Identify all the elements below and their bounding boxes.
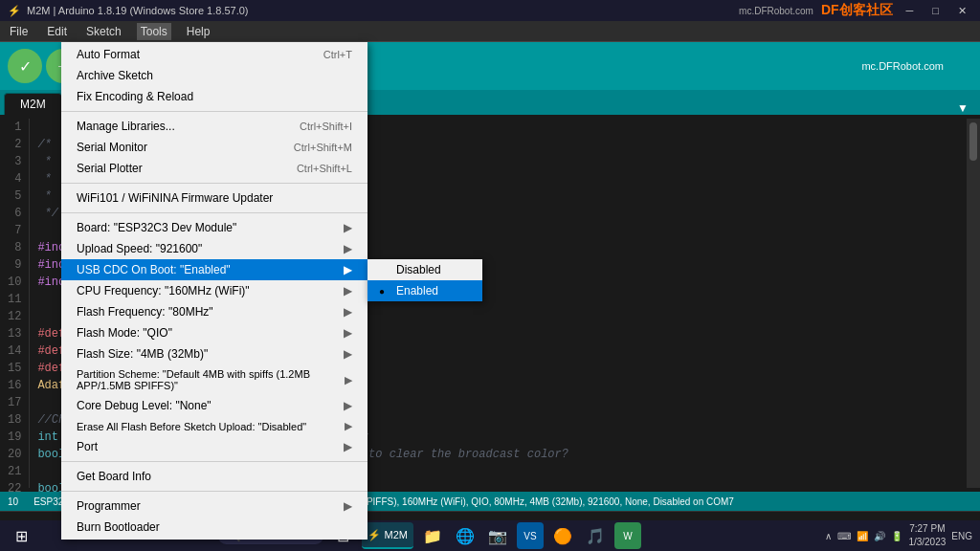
flash-mode-arrow: ▶ — [344, 326, 352, 340]
network-icon[interactable]: 📶 — [857, 531, 868, 541]
keyboard-icon: ⌨ — [837, 531, 851, 541]
submenu-enabled[interactable]: ● Enabled — [368, 280, 482, 301]
line-numbers: 123456 789101112 131415161718 1920212223… — [0, 119, 30, 488]
port-arrow: ▶ — [344, 440, 352, 453]
website-label: mc.DFRobot.com — [739, 6, 813, 16]
flash-size-arrow: ▶ — [344, 347, 352, 361]
menu-sketch[interactable]: Sketch — [82, 23, 125, 40]
hidden-icons-btn[interactable]: ∧ — [825, 531, 832, 541]
volume-icon[interactable]: 🔊 — [874, 531, 885, 541]
menu-wifi-firmware[interactable]: WiFi101 / WiFiNINA Firmware Updater — [61, 187, 368, 209]
menu-bar: File Edit Sketch Tools Help — [0, 21, 980, 42]
core-debug-arrow: ▶ — [344, 399, 352, 412]
taskbar-left: ⊞ — [8, 522, 34, 549]
toolbar-right: mc.DFRobot.com — [861, 60, 944, 72]
app-icon: ⚡ — [8, 5, 21, 17]
menu-tools[interactable]: Tools — [137, 23, 171, 40]
scroll-thumb[interactable] — [969, 122, 977, 161]
menu-separator-4 — [61, 461, 368, 462]
taskbar-right: ∧ ⌨ 📶 🔊 🔋 7:27 PM 1/3/2023 ENG — [825, 522, 972, 549]
menu-serial-monitor[interactable]: Serial Monitor Ctrl+Shift+M — [61, 137, 368, 158]
menu-port[interactable]: Port ▶ — [61, 436, 368, 457]
tools-menu-section-3: WiFi101 / WiFiNINA Firmware Updater — [61, 186, 368, 210]
tools-menu-section-1: Auto Format Ctrl+T Archive Sketch Fix En… — [61, 42, 368, 109]
menu-erase-flash[interactable]: Erase All Flash Before Sketch Upload: "D… — [61, 416, 368, 436]
app4-taskbar[interactable]: VS — [517, 522, 544, 549]
partition-arrow: ▶ — [345, 374, 352, 386]
menu-archive-sketch[interactable]: Archive Sketch — [61, 65, 368, 86]
line-number-display: 10 — [8, 496, 18, 507]
usb-cdc-arrow: ▶ — [344, 263, 352, 276]
menu-usb-cdc[interactable]: USB CDC On Boot: "Enabled" ▶ Disabled ● … — [61, 259, 368, 280]
tools-menu-section-5: Get Board Info — [61, 464, 368, 489]
app7-taskbar[interactable]: W — [614, 522, 641, 549]
tools-menu-section-2: Manage Libraries... Ctrl+Shift+I Serial … — [61, 114, 368, 181]
start-button[interactable]: ⊞ — [8, 522, 34, 549]
menu-programmer[interactable]: Programmer ▶ — [61, 496, 368, 517]
tools-menu-section-6: Programmer ▶ Burn Bootloader — [61, 494, 368, 540]
arduino-taskbar-app[interactable]: ⚡ M2M — [362, 522, 413, 549]
menu-serial-plotter[interactable]: Serial Plotter Ctrl+Shift+L — [61, 158, 368, 179]
menu-partition-scheme[interactable]: Partition Scheme: "Default 4MB with spif… — [61, 364, 368, 395]
battery-icon: 🔋 — [891, 531, 902, 541]
lang-display[interactable]: ENG — [951, 531, 972, 541]
title-bar-left: ⚡ M2M | Arduino 1.8.19 (Windows Store 1.… — [8, 5, 249, 17]
usb-submenu[interactable]: Disabled ● Enabled — [368, 259, 482, 301]
menu-cpu-freq[interactable]: CPU Frequency: "160MHz (WiFi)" ▶ — [61, 280, 368, 301]
menu-separator-2 — [61, 183, 368, 184]
tab-dropdown-icon[interactable]: ▼ — [949, 101, 976, 115]
menu-board[interactable]: Board: "ESP32C3 Dev Module" ▶ — [61, 217, 368, 238]
menu-get-board-info[interactable]: Get Board Info — [61, 466, 368, 487]
menu-core-debug[interactable]: Core Debug Level: "None" ▶ — [61, 395, 368, 416]
maximize-btn[interactable]: □ — [926, 5, 945, 16]
window-title: M2M | Arduino 1.8.19 (Windows Store 1.8.… — [27, 5, 249, 16]
menu-separator-3 — [61, 212, 368, 213]
website-display: mc.DFRobot.com — [861, 60, 944, 72]
explorer-taskbar-app[interactable]: 📁 — [419, 522, 446, 549]
edge-taskbar-app[interactable]: 🌐 — [452, 522, 479, 549]
date-display: 1/3/2023 — [908, 536, 946, 549]
submenu-disabled[interactable]: Disabled — [368, 259, 482, 280]
minimize-btn[interactable]: ─ — [901, 5, 920, 16]
cpu-freq-arrow: ▶ — [344, 284, 352, 298]
tools-menu[interactable]: Auto Format Ctrl+T Archive Sketch Fix En… — [61, 42, 368, 540]
menu-help[interactable]: Help — [183, 23, 214, 40]
menu-file[interactable]: File — [6, 23, 32, 40]
menu-separator-5 — [61, 491, 368, 492]
programmer-arrow: ▶ — [344, 499, 352, 513]
flash-freq-arrow: ▶ — [344, 305, 352, 319]
menu-fix-encoding[interactable]: Fix Encoding & Reload — [61, 86, 368, 107]
verify-button[interactable]: ✓ — [8, 49, 42, 83]
title-bar: ⚡ M2M | Arduino 1.8.19 (Windows Store 1.… — [0, 0, 980, 21]
menu-flash-size[interactable]: Flash Size: "4MB (32Mb)" ▶ — [61, 343, 368, 364]
menu-burn-bootloader[interactable]: Burn Bootloader — [61, 517, 368, 538]
clock[interactable]: 7:27 PM 1/3/2023 — [908, 522, 946, 549]
menu-edit[interactable]: Edit — [43, 23, 71, 40]
app6-taskbar[interactable]: 🎵 — [582, 522, 609, 549]
menu-auto-format[interactable]: Auto Format Ctrl+T — [61, 44, 368, 65]
erase-flash-arrow: ▶ — [345, 420, 352, 432]
menu-flash-mode[interactable]: Flash Mode: "QIO" ▶ — [61, 322, 368, 343]
menu-manage-libraries[interactable]: Manage Libraries... Ctrl+Shift+I — [61, 116, 368, 137]
brand-label: DF创客社区 — [821, 2, 893, 19]
editor-scrollbar[interactable] — [967, 119, 980, 488]
time-display: 7:27 PM — [908, 522, 946, 536]
board-arrow: ▶ — [344, 221, 352, 234]
close-btn[interactable]: ✕ — [952, 5, 972, 17]
arduino-taskbar-label: ⚡ M2M — [368, 529, 408, 541]
app5-taskbar[interactable]: 🟠 — [549, 522, 576, 549]
tools-menu-section-4: Board: "ESP32C3 Dev Module" ▶ Upload Spe… — [61, 215, 368, 459]
upload-speed-arrow: ▶ — [344, 242, 352, 255]
menu-flash-freq[interactable]: Flash Frequency: "80MHz" ▶ — [61, 301, 368, 322]
menu-upload-speed[interactable]: Upload Speed: "921600" ▶ — [61, 238, 368, 259]
app3-taskbar[interactable]: 📷 — [484, 522, 511, 549]
menu-separator-1 — [61, 111, 368, 112]
tab-m2m[interactable]: M2M — [4, 93, 62, 115]
